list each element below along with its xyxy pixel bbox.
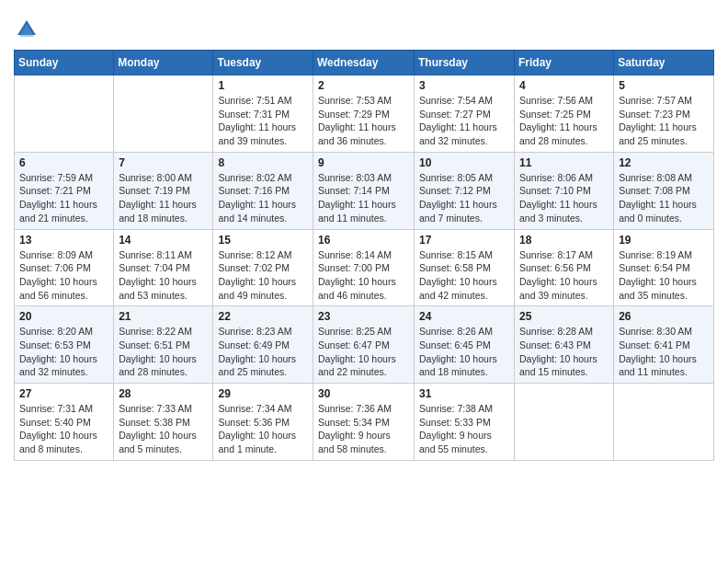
day-number: 8 <box>218 156 308 169</box>
day-info: Sunrise: 8:12 AMSunset: 7:02 PMDaylight:… <box>218 248 308 303</box>
day-number: 21 <box>119 310 208 323</box>
day-number: 1 <box>218 79 308 92</box>
day-number: 7 <box>119 156 208 169</box>
day-info: Sunrise: 8:25 AMSunset: 6:47 PMDaylight:… <box>318 325 409 379</box>
day-number: 23 <box>318 310 409 323</box>
day-number: 11 <box>519 156 609 169</box>
day-number: 15 <box>218 234 308 247</box>
day-number: 4 <box>519 79 609 92</box>
calendar-page: SundayMondayTuesdayWednesdayThursdayFrid… <box>0 0 728 563</box>
weekday-header-thursday: Thursday <box>415 51 515 75</box>
day-info: Sunrise: 8:09 AMSunset: 7:06 PMDaylight:… <box>19 248 108 303</box>
calendar-cell: 6Sunrise: 7:59 AMSunset: 7:21 PMDaylight… <box>15 152 114 229</box>
day-number: 28 <box>119 387 208 400</box>
calendar-cell: 7Sunrise: 8:00 AMSunset: 7:19 PMDaylight… <box>114 152 213 229</box>
calendar-cell: 11Sunrise: 8:06 AMSunset: 7:10 PMDayligh… <box>515 152 614 229</box>
day-number: 2 <box>318 79 409 92</box>
day-number: 14 <box>119 234 208 247</box>
calendar-cell: 2Sunrise: 7:53 AMSunset: 7:29 PMDaylight… <box>313 75 415 153</box>
day-number: 29 <box>218 387 308 400</box>
day-info: Sunrise: 8:00 AMSunset: 7:19 PMDaylight:… <box>119 171 208 225</box>
day-info: Sunrise: 8:19 AMSunset: 6:54 PMDaylight:… <box>619 248 709 303</box>
day-number: 5 <box>619 79 709 92</box>
day-info: Sunrise: 7:38 AMSunset: 5:33 PMDaylight:… <box>419 402 509 456</box>
day-info: Sunrise: 7:59 AMSunset: 7:21 PMDaylight:… <box>19 171 108 225</box>
weekday-header-friday: Friday <box>515 51 614 75</box>
calendar-cell: 20Sunrise: 8:20 AMSunset: 6:53 PMDayligh… <box>15 306 114 384</box>
calendar-cell: 19Sunrise: 8:19 AMSunset: 6:54 PMDayligh… <box>614 229 714 306</box>
day-number: 27 <box>19 387 108 400</box>
calendar-cell: 21Sunrise: 8:22 AMSunset: 6:51 PMDayligh… <box>114 306 213 384</box>
weekday-header-sunday: Sunday <box>15 51 114 75</box>
calendar-cell: 27Sunrise: 7:31 AMSunset: 5:40 PMDayligh… <box>15 384 114 461</box>
calendar-cell: 3Sunrise: 7:54 AMSunset: 7:27 PMDaylight… <box>415 75 515 153</box>
calendar-cell <box>515 384 614 461</box>
calendar-cell: 4Sunrise: 7:56 AMSunset: 7:25 PMDaylight… <box>515 75 614 153</box>
calendar-cell: 12Sunrise: 8:08 AMSunset: 7:08 PMDayligh… <box>614 152 714 229</box>
weekday-header-tuesday: Tuesday <box>213 51 313 75</box>
calendar-cell: 9Sunrise: 8:03 AMSunset: 7:14 PMDaylight… <box>313 152 415 229</box>
weekday-header-wednesday: Wednesday <box>313 51 415 75</box>
day-info: Sunrise: 8:03 AMSunset: 7:14 PMDaylight:… <box>318 171 409 225</box>
calendar-cell: 24Sunrise: 8:26 AMSunset: 6:45 PMDayligh… <box>415 306 515 384</box>
day-info: Sunrise: 8:15 AMSunset: 6:58 PMDaylight:… <box>419 248 509 303</box>
day-number: 6 <box>19 156 108 169</box>
calendar-cell: 18Sunrise: 8:17 AMSunset: 6:56 PMDayligh… <box>515 229 614 306</box>
day-info: Sunrise: 8:05 AMSunset: 7:12 PMDaylight:… <box>419 171 509 225</box>
calendar-cell: 22Sunrise: 8:23 AMSunset: 6:49 PMDayligh… <box>213 306 313 384</box>
calendar-cell: 14Sunrise: 8:11 AMSunset: 7:04 PMDayligh… <box>114 229 213 306</box>
calendar-cell: 15Sunrise: 8:12 AMSunset: 7:02 PMDayligh… <box>213 229 313 306</box>
calendar-cell: 13Sunrise: 8:09 AMSunset: 7:06 PMDayligh… <box>15 229 114 306</box>
day-info: Sunrise: 7:34 AMSunset: 5:36 PMDaylight:… <box>218 402 308 456</box>
day-info: Sunrise: 7:53 AMSunset: 7:29 PMDaylight:… <box>318 94 409 148</box>
calendar-cell: 26Sunrise: 8:30 AMSunset: 6:41 PMDayligh… <box>614 306 714 384</box>
day-number: 20 <box>19 310 108 323</box>
logo <box>14 17 43 42</box>
calendar-cell <box>15 75 114 153</box>
day-number: 26 <box>619 310 709 323</box>
day-number: 22 <box>218 310 308 323</box>
day-info: Sunrise: 8:17 AMSunset: 6:56 PMDaylight:… <box>519 248 609 303</box>
calendar-cell: 23Sunrise: 8:25 AMSunset: 6:47 PMDayligh… <box>313 306 415 384</box>
day-number: 30 <box>318 387 409 400</box>
day-number: 12 <box>619 156 709 169</box>
week-row-3: 13Sunrise: 8:09 AMSunset: 7:06 PMDayligh… <box>15 229 714 306</box>
page-header <box>14 9 714 42</box>
calendar-cell: 8Sunrise: 8:02 AMSunset: 7:16 PMDaylight… <box>213 152 313 229</box>
day-number: 13 <box>19 234 108 247</box>
calendar-cell: 10Sunrise: 8:05 AMSunset: 7:12 PMDayligh… <box>415 152 515 229</box>
day-info: Sunrise: 8:22 AMSunset: 6:51 PMDaylight:… <box>119 325 208 379</box>
calendar-cell <box>614 384 714 461</box>
day-info: Sunrise: 8:30 AMSunset: 6:41 PMDaylight:… <box>619 325 709 379</box>
weekday-header-row: SundayMondayTuesdayWednesdayThursdayFrid… <box>15 51 714 75</box>
weekday-header-monday: Monday <box>114 51 213 75</box>
week-row-2: 6Sunrise: 7:59 AMSunset: 7:21 PMDaylight… <box>15 152 714 229</box>
logo-icon <box>14 17 40 42</box>
day-number: 31 <box>419 387 509 400</box>
day-number: 24 <box>419 310 509 323</box>
day-info: Sunrise: 8:14 AMSunset: 7:00 PMDaylight:… <box>318 248 409 303</box>
day-info: Sunrise: 7:57 AMSunset: 7:23 PMDaylight:… <box>619 94 709 148</box>
day-number: 18 <box>519 234 609 247</box>
day-info: Sunrise: 7:56 AMSunset: 7:25 PMDaylight:… <box>519 94 609 148</box>
week-row-1: 1Sunrise: 7:51 AMSunset: 7:31 PMDaylight… <box>15 75 714 153</box>
day-info: Sunrise: 7:33 AMSunset: 5:38 PMDaylight:… <box>119 402 208 456</box>
calendar-cell: 17Sunrise: 8:15 AMSunset: 6:58 PMDayligh… <box>415 229 515 306</box>
calendar-cell <box>114 75 213 153</box>
calendar-table: SundayMondayTuesdayWednesdayThursdayFrid… <box>14 50 714 461</box>
weekday-header-saturday: Saturday <box>614 51 714 75</box>
day-info: Sunrise: 8:06 AMSunset: 7:10 PMDaylight:… <box>519 171 609 225</box>
week-row-5: 27Sunrise: 7:31 AMSunset: 5:40 PMDayligh… <box>15 384 714 461</box>
calendar-cell: 1Sunrise: 7:51 AMSunset: 7:31 PMDaylight… <box>213 75 313 153</box>
day-info: Sunrise: 8:26 AMSunset: 6:45 PMDaylight:… <box>419 325 509 379</box>
day-info: Sunrise: 8:28 AMSunset: 6:43 PMDaylight:… <box>519 325 609 379</box>
day-info: Sunrise: 8:08 AMSunset: 7:08 PMDaylight:… <box>619 171 709 225</box>
day-number: 3 <box>419 79 509 92</box>
calendar-cell: 28Sunrise: 7:33 AMSunset: 5:38 PMDayligh… <box>114 384 213 461</box>
calendar-cell: 16Sunrise: 8:14 AMSunset: 7:00 PMDayligh… <box>313 229 415 306</box>
day-number: 17 <box>419 234 509 247</box>
day-info: Sunrise: 8:02 AMSunset: 7:16 PMDaylight:… <box>218 171 308 225</box>
day-number: 19 <box>619 234 709 247</box>
calendar-cell: 25Sunrise: 8:28 AMSunset: 6:43 PMDayligh… <box>515 306 614 384</box>
calendar-cell: 5Sunrise: 7:57 AMSunset: 7:23 PMDaylight… <box>614 75 714 153</box>
